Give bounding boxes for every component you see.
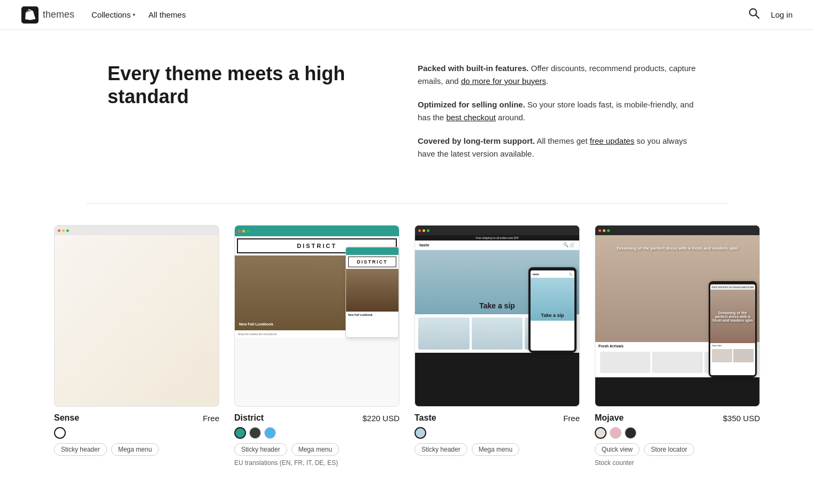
- logo-text: themes: [43, 9, 74, 20]
- taste-mobile-logo: taste: [533, 273, 539, 276]
- taste-tag-sticky-header[interactable]: Sticky header: [414, 443, 467, 456]
- mojave-browser-bar: [595, 226, 759, 235]
- mojave-mobile-inner: FREE SHIPPING ON ORDERS ABOVE $80 Dreami…: [710, 284, 755, 375]
- mojave-product-2: [652, 352, 702, 373]
- taste-color-blue[interactable]: [414, 427, 426, 439]
- theme-card-taste: Free shipping on all orders over $70 tas…: [414, 225, 580, 467]
- taste-product-2: [472, 317, 523, 350]
- sense-name: Sense: [54, 413, 79, 423]
- mojave-preview[interactable]: Dreaming of the perfect dress with a fre…: [595, 225, 760, 407]
- taste-browser-dot-yellow: [423, 229, 425, 232]
- theme-card-mojave: Dreaming of the perfect dress with a fre…: [595, 225, 760, 467]
- sense-tag-mega-menu[interactable]: Mega menu: [111, 443, 159, 456]
- taste-mobile-hero-text: Take a sip: [541, 313, 564, 318]
- browser-dot-green: [66, 229, 69, 232]
- mojave-tags: Quick view Store locator: [595, 443, 760, 456]
- district-mobile-img: [346, 269, 398, 312]
- mojave-mobile-banner: FREE SHIPPING ON ORDERS ABOVE $80: [710, 284, 755, 290]
- search-button[interactable]: [746, 5, 762, 24]
- collections-link[interactable]: Collections ▾: [91, 10, 135, 19]
- all-themes-link[interactable]: All themes: [148, 10, 186, 19]
- mojave-color-pink[interactable]: [610, 427, 621, 439]
- taste-mobile-mockup: taste 🔍 Take a sip: [528, 267, 577, 353]
- hero-title: Every theme meets a high standard: [107, 62, 375, 108]
- feature-1-end: .: [546, 76, 548, 86]
- login-button[interactable]: Log in: [771, 10, 793, 19]
- district-mobile-top: [346, 247, 398, 255]
- mojave-mobile-shop: Shop Sale: [710, 343, 755, 348]
- mojave-colors: [595, 427, 760, 439]
- theme-card-sense: Glowing skin,naturally Shop our most tru…: [54, 225, 219, 467]
- district-color-teal[interactable]: [234, 427, 246, 439]
- sense-colors: [54, 427, 219, 439]
- taste-free-shipping-banner: Free shipping on all orders over $70: [415, 235, 579, 241]
- district-name: District: [234, 413, 264, 423]
- taste-browser-dot-red: [418, 229, 421, 232]
- taste-mobile-inner: taste 🔍 Take a sip: [531, 270, 574, 351]
- mojave-info-row: Mojave $350 USD: [595, 413, 760, 423]
- district-color-blue[interactable]: [264, 427, 276, 439]
- taste-mobile-nav: taste 🔍: [531, 270, 574, 278]
- hero-section: Every theme meets a high standard Packed…: [86, 30, 728, 204]
- sense-preview[interactable]: Glowing skin,naturally Shop our most tru…: [54, 225, 219, 407]
- taste-name: Taste: [414, 413, 436, 423]
- collections-label: Collections: [91, 10, 130, 19]
- feature-2-end: around.: [496, 113, 525, 122]
- chevron-down-icon: ▾: [133, 12, 135, 18]
- themes-grid: Glowing skin,naturally Shop our most tru…: [54, 225, 760, 467]
- feature-1: Packed with built-in features. Offer dis…: [418, 62, 707, 88]
- mojave-browser-dot-yellow: [603, 229, 605, 232]
- mojave-mobile-product-2: [733, 349, 754, 362]
- taste-tag-mega-menu[interactable]: Mega menu: [472, 443, 519, 456]
- mojave-mobile-mockup: FREE SHIPPING ON ORDERS ABOVE $80 Dreami…: [709, 281, 757, 377]
- browser-dot-red: [58, 229, 60, 232]
- district-tag-sticky-header[interactable]: Sticky header: [234, 443, 287, 456]
- district-tag-mega-menu[interactable]: Mega menu: [291, 443, 339, 456]
- sense-tags: Sticky header Mega menu: [54, 443, 219, 456]
- district-price: $220 USD: [363, 414, 400, 423]
- mojave-content: Dreaming of the perfect dress with a fre…: [595, 235, 759, 377]
- district-mobile-logo: DISTRICT: [348, 257, 396, 267]
- mojave-product-1: [600, 352, 650, 373]
- shopify-logo-icon: [21, 6, 39, 24]
- district-preview[interactable]: DISTRICT New Fall Lookbook Shop the newe…: [234, 225, 400, 407]
- feature-3-link[interactable]: free updates: [590, 136, 634, 145]
- district-browser-bar: [235, 226, 399, 236]
- district-browser-dot-red: [238, 230, 241, 232]
- mojave-tag-quick-view[interactable]: Quick view: [595, 443, 640, 456]
- logo[interactable]: themes: [21, 6, 74, 24]
- taste-colors: [414, 427, 580, 439]
- district-browser-dot-green: [247, 230, 249, 232]
- taste-nav-logo: taste: [419, 243, 429, 247]
- all-themes-label: All themes: [148, 10, 186, 19]
- taste-preview[interactable]: Free shipping on all orders over $70 tas…: [414, 225, 580, 407]
- mojave-hero-overlay: Dreaming of the perfect dress with a fre…: [612, 246, 743, 251]
- mojave-tag-store-locator[interactable]: Store locator: [644, 443, 694, 456]
- mojave-extra: Stock counter: [595, 459, 760, 467]
- nav-links: Collections ▾ All themes: [91, 10, 729, 19]
- feature-2-link[interactable]: best checkout: [446, 113, 496, 122]
- sense-price: Free: [203, 414, 219, 423]
- hero-left: Every theme meets a high standard: [107, 62, 375, 108]
- taste-content: Free shipping on all orders over $70 tas…: [415, 235, 579, 353]
- theme-card-district: DISTRICT New Fall Lookbook Shop the newe…: [234, 225, 400, 467]
- feature-1-link[interactable]: do more for your buyers: [461, 76, 546, 86]
- sense-info-row: Sense Free: [54, 413, 219, 423]
- mojave-browser-dot-red: [598, 229, 601, 232]
- district-extra: EU translations (EN, FR, IT, DE, ES): [234, 459, 400, 467]
- district-color-dark[interactable]: [249, 427, 261, 439]
- taste-tags: Sticky header Mega menu: [414, 443, 580, 456]
- feature-2: Optimized for selling online. So your st…: [418, 98, 707, 124]
- sense-tag-sticky-header[interactable]: Sticky header: [54, 443, 107, 456]
- mojave-mobile-hero-text: Dreaming of the perfect dress with a fre…: [710, 309, 755, 324]
- district-mobile-mockup: DISTRICT New Fall Lookbook: [345, 247, 399, 338]
- taste-browser-bar: [415, 226, 579, 235]
- nav-actions: Log in: [746, 5, 793, 24]
- mojave-mobile-product-1: [712, 349, 732, 362]
- sense-color-white[interactable]: [54, 427, 66, 439]
- taste-hero-text: Take a sip: [479, 301, 515, 310]
- mojave-color-dark[interactable]: [625, 427, 636, 439]
- themes-section: Glowing skin,naturally Shop our most tru…: [33, 204, 781, 488]
- taste-info-row: Taste Free: [414, 413, 580, 423]
- mojave-color-sand[interactable]: [595, 427, 606, 439]
